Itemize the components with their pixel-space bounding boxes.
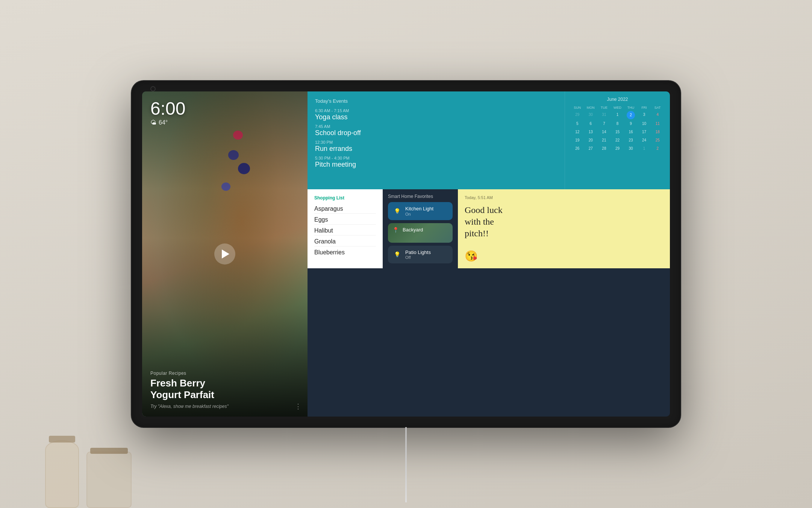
- shopping-list-widget[interactable]: Shopping List Asparagus Eggs Halibut Gra…: [308, 189, 383, 268]
- play-button[interactable]: [214, 243, 235, 265]
- device-frame: 6:00 🌤 64° Popular Recipes Fresh BerryYo…: [132, 81, 680, 427]
- shopping-item-2: Eggs: [314, 215, 376, 225]
- cal-cell-10[interactable]: 10: [638, 120, 651, 128]
- calendar-grid: SUN MON TUE WED THU FRI SAT 29 30 31: [571, 105, 664, 152]
- event-name-2: School drop-off: [315, 129, 557, 137]
- device-screen: 6:00 🌤 64° Popular Recipes Fresh BerryYo…: [142, 91, 670, 417]
- note-timestamp: Today, 5:51 AM: [465, 195, 663, 200]
- calendar-panel[interactable]: June 2022 SUN MON TUE WED THU FRI SAT: [565, 91, 670, 189]
- cal-cell-2b[interactable]: 2: [651, 145, 664, 152]
- cal-cell-1[interactable]: 1: [611, 111, 624, 119]
- cal-header-tue: TUE: [598, 105, 611, 110]
- patio-lights-icon: 💡: [392, 250, 401, 259]
- event-name-4: Pitch meeting: [315, 161, 557, 169]
- cal-cell-21[interactable]: 21: [598, 137, 611, 144]
- shopping-item-1: Asparagus: [314, 204, 376, 214]
- cal-cell-17[interactable]: 17: [638, 128, 651, 136]
- event-time-3: 12:30 PM: [315, 140, 557, 144]
- weather-icon: 🌤: [150, 119, 156, 126]
- cal-cell-12[interactable]: 12: [571, 128, 584, 136]
- backyard-content: 📍 Backyard: [388, 223, 453, 237]
- cal-cell-7[interactable]: 7: [598, 120, 611, 128]
- cal-cell-27[interactable]: 27: [585, 145, 597, 152]
- kitchen-light-card[interactable]: 💡 Kitchen Light On: [388, 202, 453, 220]
- hero-top-info: 6:00 🌤 64°: [150, 100, 185, 126]
- cal-cell-16[interactable]: 16: [624, 128, 637, 136]
- event-time-1: 6:30 AM - 7:15 AM: [315, 108, 557, 113]
- cal-cell-18[interactable]: 18: [651, 128, 664, 136]
- cal-header-thu: THU: [624, 105, 637, 110]
- cal-header-wed: WED: [611, 105, 624, 110]
- events-title: Today's Events: [315, 98, 557, 104]
- cal-cell-20[interactable]: 20: [585, 137, 597, 144]
- alexa-hint: Try "Alexa, show me breakfast recipes": [150, 404, 299, 409]
- patio-lights-card[interactable]: 💡 Patio Lights Off: [388, 246, 453, 264]
- cal-cell-29b[interactable]: 29: [611, 145, 624, 152]
- cal-cell-31a[interactable]: 31: [598, 111, 611, 119]
- patio-lights-info: Patio Lights Off: [405, 249, 448, 260]
- calendar-month: June 2022: [571, 97, 664, 102]
- patio-lights-status: Off: [405, 255, 448, 260]
- cal-cell-30a[interactable]: 30: [585, 111, 597, 119]
- cal-cell-25[interactable]: 25: [651, 137, 664, 144]
- cal-cell-28[interactable]: 28: [598, 145, 611, 152]
- kitchen-light-icon: 💡: [392, 207, 401, 216]
- shopping-item-4: Granola: [314, 237, 376, 246]
- kitchen-light-status: On: [405, 212, 448, 216]
- hero-section[interactable]: 6:00 🌤 64° Popular Recipes Fresh BerryYo…: [142, 91, 308, 417]
- cal-cell-6[interactable]: 6: [585, 120, 597, 128]
- hero-bottom-info: Popular Recipes Fresh BerryYogurt Parfai…: [150, 371, 299, 409]
- cal-cell-4[interactable]: 4: [651, 111, 664, 119]
- event-item-2: 7:45 AM School drop-off: [315, 124, 557, 137]
- cal-cell-8[interactable]: 8: [611, 120, 624, 128]
- cal-cell-26[interactable]: 26: [571, 145, 584, 152]
- cal-cell-23[interactable]: 23: [624, 137, 637, 144]
- shopping-list-title: Shopping List: [314, 195, 376, 201]
- event-item-3: 12:30 PM Run errands: [315, 140, 557, 153]
- shopping-item-3: Halibut: [314, 226, 376, 236]
- event-item-1: 6:30 AM - 7:15 AM Yoga class: [315, 108, 557, 121]
- backyard-label: Backyard: [403, 227, 423, 233]
- event-time-2: 7:45 AM: [315, 124, 557, 129]
- shopping-item-5: Blueberries: [314, 248, 376, 257]
- cal-header-fri: FRI: [638, 105, 651, 110]
- cal-cell-today[interactable]: 2: [627, 111, 635, 119]
- cal-cell-5[interactable]: 5: [571, 120, 584, 128]
- kitchen-light-name: Kitchen Light: [405, 206, 448, 212]
- recipe-category: Popular Recipes: [150, 371, 299, 376]
- cal-cell-29a[interactable]: 29: [571, 111, 584, 119]
- wall-background: 6:00 🌤 64° Popular Recipes Fresh BerryYo…: [0, 0, 812, 508]
- cal-cell-30[interactable]: 30: [624, 145, 637, 152]
- power-cord: [405, 427, 407, 502]
- events-panel[interactable]: Today's Events 6:30 AM - 7:15 AM Yoga cl…: [308, 91, 565, 189]
- cal-cell-22[interactable]: 22: [611, 137, 624, 144]
- cal-cell-1b[interactable]: 1: [638, 145, 651, 152]
- temperature-display: 64°: [159, 119, 168, 126]
- backyard-location-icon: 📍: [392, 227, 399, 233]
- note-content: Good luckwith thepitch!!: [465, 204, 663, 247]
- cal-cell-13[interactable]: 13: [585, 128, 597, 136]
- more-options-button[interactable]: ⋮: [295, 402, 301, 411]
- events-calendar-row: Today's Events 6:30 AM - 7:15 AM Yoga cl…: [308, 91, 670, 189]
- smarthome-widget[interactable]: Smart Home Favorites 💡 Kitchen Light On: [383, 189, 458, 268]
- cal-cell-24[interactable]: 24: [638, 137, 651, 144]
- kitchen-light-info: Kitchen Light On: [405, 206, 448, 216]
- bottom-widgets: Shopping List Asparagus Eggs Halibut Gra…: [308, 189, 670, 268]
- cal-cell-19[interactable]: 19: [571, 137, 584, 144]
- event-time-4: 5:30 PM - 4:30 PM: [315, 156, 557, 160]
- content-area: 6:00 🌤 64° Popular Recipes Fresh BerryYo…: [142, 91, 670, 417]
- sticky-note-widget[interactable]: Today, 5:51 AM Good luckwith thepitch!! …: [458, 189, 670, 268]
- backyard-card[interactable]: 📍 Backyard: [388, 223, 453, 243]
- clock-display: 6:00: [150, 100, 185, 118]
- event-item-4: 5:30 PM - 4:30 PM Pitch meeting: [315, 156, 557, 169]
- cal-cell-3[interactable]: 3: [638, 111, 651, 119]
- cal-cell-11[interactable]: 11: [651, 120, 664, 128]
- smarthome-title: Smart Home Favorites: [388, 194, 453, 199]
- cal-cell-14[interactable]: 14: [598, 128, 611, 136]
- cal-cell-9[interactable]: 9: [624, 120, 637, 128]
- cal-cell-15[interactable]: 15: [611, 128, 624, 136]
- camera-dot: [150, 86, 156, 91]
- widgets-area: Today's Events 6:30 AM - 7:15 AM Yoga cl…: [308, 91, 670, 417]
- cal-header-sun: SUN: [571, 105, 584, 110]
- cal-header-mon: MON: [585, 105, 597, 110]
